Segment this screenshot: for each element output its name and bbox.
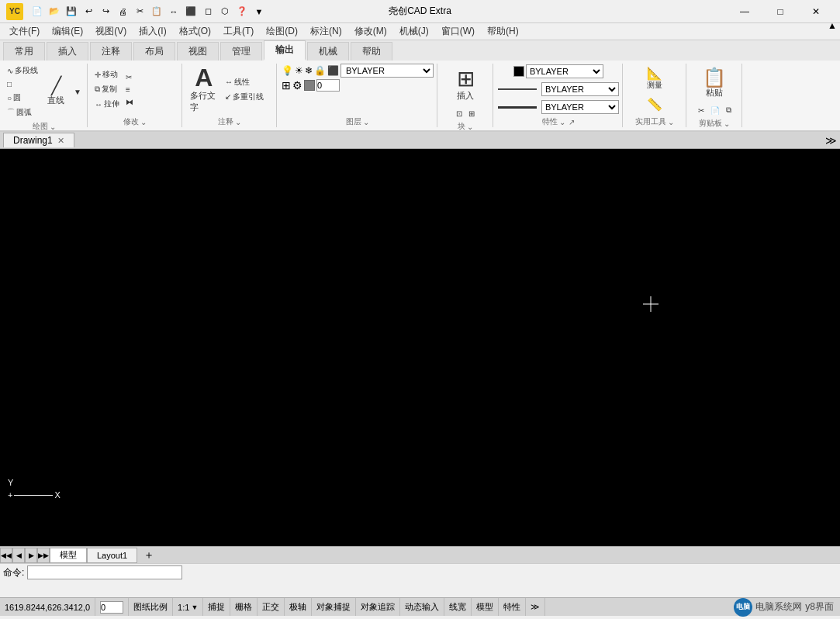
qa-print[interactable]: 🖨 [115,4,130,19]
maximize-button[interactable]: □ [762,0,798,23]
layout-add-btn[interactable]: ＋ [140,548,157,562]
minimize-button[interactable]: — [727,0,762,23]
nav-first-btn[interactable]: ◀◀ [0,548,12,563]
tool-line[interactable]: ╱ 直线 [42,68,70,115]
qa-new[interactable]: 📄 [29,4,45,19]
drawing-tab[interactable]: Drawing1 ✕ [3,133,74,147]
status-lineweight[interactable]: 线宽 [444,598,472,616]
status-scale-ratio[interactable]: 1:1 ▼ [173,598,203,616]
tool-trim[interactable]: ✂ [123,71,136,83]
menu-file[interactable]: 文件(F) [3,23,46,40]
status-scale-input[interactable] [95,598,129,616]
tool-block-more1[interactable]: ⊡ [454,108,465,119]
tool-circle[interactable]: ○ 圆 [5,91,40,105]
tool-polyline[interactable]: ∿ 多段线 [5,64,40,78]
menu-view[interactable]: 视图(V) [89,23,133,40]
status-model[interactable]: 模型 [472,598,499,616]
menu-tools[interactable]: 工具(T) [217,23,260,40]
tab-view[interactable]: 视图 [177,42,219,61]
qa-cut[interactable]: ✂ [132,4,147,19]
scale-dropdown-icon[interactable]: ▼ [191,603,198,611]
menu-draw[interactable]: 绘图(D) [260,23,304,40]
qa-ortho[interactable]: ⬡ [217,4,233,19]
tab-insert[interactable]: 插入 [47,42,88,61]
scale-input[interactable] [100,601,123,614]
menu-annotate[interactable]: 标注(N) [304,23,348,40]
qa-help[interactable]: ❓ [234,4,250,19]
drawing-tab-close[interactable]: ✕ [57,136,64,146]
qa-redo[interactable]: ↪ [98,4,113,19]
menu-window[interactable]: 窗口(W) [435,23,481,40]
prop-lineweight-select[interactable]: BYLAYER [541,100,619,114]
tool-move[interactable]: ✛ 移动 [92,67,122,81]
tab-expand-btn[interactable]: ≫ [825,134,840,147]
tool-rect[interactable]: □ [5,78,40,90]
nav-last-btn[interactable]: ▶▶ [37,548,50,563]
status-paper-scale[interactable]: 图纸比例 [129,598,173,616]
group-draw-expand[interactable]: ⌄ [50,123,56,131]
tool-stretch[interactable]: ↔ 拉伸 [92,97,122,111]
prop-linetype-select[interactable]: BYLAYER [541,82,619,96]
tab-layout[interactable]: 布局 [133,42,175,61]
tab-annotate[interactable]: 注释 [90,42,132,61]
group-annotate-expand[interactable]: ⌄ [235,118,241,126]
nav-prev-btn[interactable]: ◀ [12,548,25,563]
layer-manage-icon[interactable]: ⊞ [282,79,291,92]
tab-manage[interactable]: 管理 [220,42,262,61]
status-polar[interactable]: 极轴 [285,598,312,616]
tool-copy-btn[interactable]: 📄 [708,104,722,116]
tool-more-draw[interactable]: ▼ [71,86,84,98]
status-more[interactable]: ≫ [526,598,545,616]
status-otrack[interactable]: 对象追踪 [356,598,400,616]
layout-tab-layout1[interactable]: Layout1 [87,548,137,563]
tool-paste[interactable]: 📋 粘贴 [695,64,734,102]
status-ortho[interactable]: 正交 [258,598,285,616]
group-clipboard-expand[interactable]: ⌄ [724,119,730,128]
tool-align[interactable]: ≡ [123,84,136,95]
qa-open[interactable]: 📂 [47,4,62,19]
tool-mtext[interactable]: A 多行文字 [187,66,221,112]
tool-ruler[interactable]: 📏 [644,96,665,113]
tool-paste-special[interactable]: ⧉ [724,104,734,116]
qa-grid[interactable]: ◻ [200,4,216,19]
layer-value-input[interactable] [316,79,340,92]
qa-snap[interactable]: ⬛ [183,4,199,19]
prop-color-select[interactable]: BYLAYER [526,64,603,78]
menu-mechanical[interactable]: 机械(J) [393,23,435,40]
qa-copy[interactable]: 📋 [149,4,164,19]
qa-mirror[interactable]: ↔ [166,4,181,19]
group-modify-expand[interactable]: ⌄ [140,118,147,126]
group-layer-expand[interactable]: ⌄ [363,118,369,126]
tool-linear-dim[interactable]: ↔ 线性 [223,75,266,89]
menu-insert[interactable]: 插入(I) [133,23,172,40]
tool-block-more2[interactable]: ⊞ [466,108,477,119]
tool-copy[interactable]: ⧉ 复制 [92,82,122,96]
qa-save[interactable]: 💾 [64,4,79,19]
group-utilities-expand[interactable]: ⌄ [668,118,674,126]
status-coords[interactable]: 1619.8244,626.3412,0 [0,598,95,616]
ribbon-collapse-btn[interactable]: ▲ [828,20,837,31]
tab-common[interactable]: 常用 [3,42,45,61]
status-grid[interactable]: 栅格 [230,598,258,616]
command-input[interactable] [27,565,182,579]
drawing-canvas[interactable]: Y + X [0,149,840,546]
status-properties[interactable]: 特性 [499,598,526,616]
tab-output[interactable]: 输出 [264,40,306,61]
status-dynin[interactable]: 动态输入 [400,598,444,616]
menu-modify[interactable]: 修改(M) [348,23,393,40]
layer-select[interactable]: BYLAYER [340,64,434,78]
tool-mleader[interactable]: ↙ 多重引线 [223,90,266,104]
menu-edit[interactable]: 编辑(E) [46,23,89,40]
status-snap[interactable]: 捕捉 [203,598,230,616]
menu-help[interactable]: 帮助(H) [481,23,525,40]
qa-undo[interactable]: ↩ [81,4,96,19]
nav-next-btn[interactable]: ▶ [25,548,37,563]
menu-format[interactable]: 格式(O) [173,23,217,40]
qa-dropdown[interactable]: ▼ [251,4,267,19]
tab-mechanical[interactable]: 机械 [307,42,349,61]
status-osnap[interactable]: 对象捕捉 [312,598,356,616]
tool-measure[interactable]: 📐 测量 [644,65,665,93]
tool-explode[interactable]: ⧓ [123,96,136,108]
group-block-expand[interactable]: ⌄ [467,123,473,131]
layer-prop-icon[interactable]: ⚙ [292,79,302,92]
